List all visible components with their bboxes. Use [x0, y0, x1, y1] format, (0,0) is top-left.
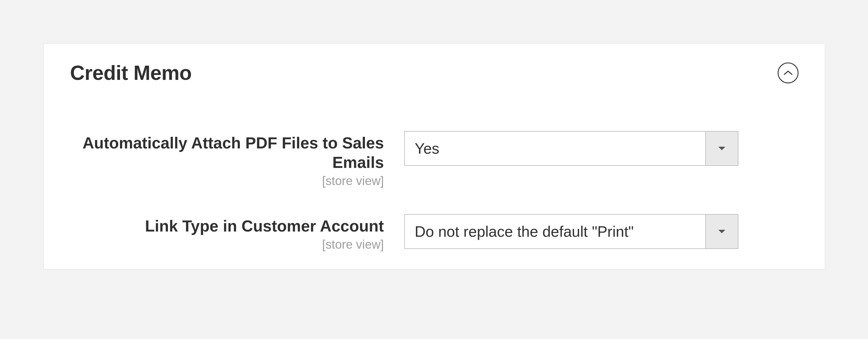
field-row-auto-attach-pdf: Automatically Attach PDF Files to Sales …	[70, 131, 799, 188]
chevron-down-icon	[718, 229, 726, 234]
field-scope-auto-attach-pdf: [store view]	[70, 174, 384, 188]
credit-memo-panel: Credit Memo Automatically Attach PDF Fil…	[43, 43, 825, 269]
select-value: Do not replace the default "Print"	[405, 223, 705, 240]
field-control-col: Do not replace the default "Print"	[404, 214, 738, 249]
field-label-link-type: Link Type in Customer Account	[70, 216, 384, 236]
field-label-auto-attach-pdf: Automatically Attach PDF Files to Sales …	[70, 133, 384, 172]
field-scope-link-type: [store view]	[70, 238, 384, 252]
panel-header: Credit Memo	[44, 44, 825, 90]
svg-marker-0	[718, 147, 725, 150]
field-label-col: Automatically Attach PDF Files to Sales …	[70, 131, 404, 188]
svg-marker-1	[718, 230, 725, 233]
auto-attach-pdf-select[interactable]: Yes	[404, 131, 738, 166]
dropdown-arrow-button[interactable]	[705, 215, 738, 248]
chevron-down-icon	[718, 146, 726, 151]
link-type-select[interactable]: Do not replace the default "Print"	[404, 214, 738, 249]
field-control-col: Yes	[404, 131, 738, 166]
collapse-toggle-button[interactable]	[778, 62, 799, 83]
field-label-col: Link Type in Customer Account [store vie…	[70, 214, 404, 252]
chevron-up-icon	[784, 70, 793, 75]
dropdown-arrow-button[interactable]	[705, 132, 738, 165]
panel-body: Automatically Attach PDF Files to Sales …	[44, 90, 825, 252]
panel-title: Credit Memo	[70, 61, 191, 85]
field-row-link-type: Link Type in Customer Account [store vie…	[70, 214, 799, 252]
select-value: Yes	[405, 140, 705, 157]
